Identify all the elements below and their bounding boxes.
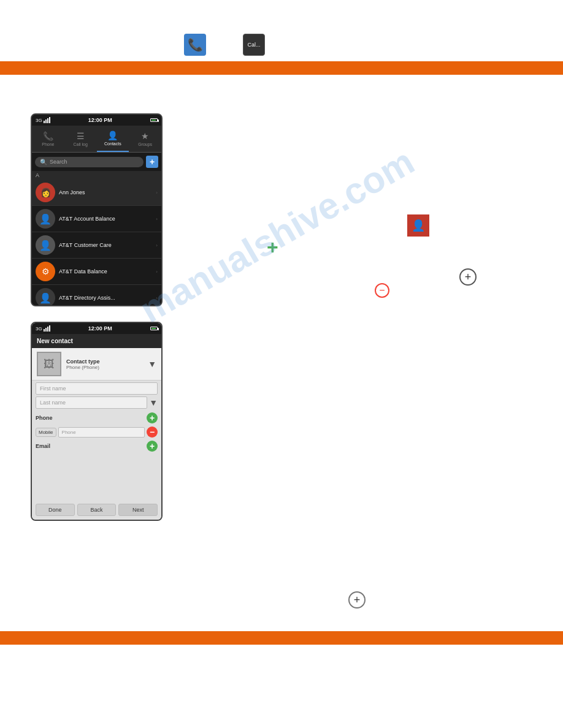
floating-add-icon[interactable]: +: [267, 236, 278, 259]
new-contact-screen: 3G 12:00 PM New contact 🖼 Contact type P…: [31, 322, 163, 521]
contacts-tab-icon: 👤: [107, 131, 118, 140]
contact-type-label: Contact type: [66, 358, 143, 365]
contact-item-att-care[interactable]: 👤 AT&T Customer Care ›: [32, 232, 161, 259]
bottom-buttons: Done Back Next: [32, 500, 161, 520]
phone-section-row: Phone +: [32, 411, 161, 425]
tab-calllog[interactable]: ☰ Call log: [64, 126, 97, 152]
contact-name-att-care: AT&T Customer Care: [59, 242, 112, 248]
contact-type-info: Contact type Phone (Phone): [66, 358, 143, 370]
contact-item-att-account[interactable]: 👤 AT&T Account Balance ›: [32, 206, 161, 232]
contact-arrow-att-data: ›: [156, 269, 158, 275]
contact-arrow-ann: ›: [156, 190, 158, 195]
tab-phone-label: Phone: [42, 142, 54, 146]
first-name-field[interactable]: First name: [36, 382, 158, 395]
status-icons-left-2: 3G: [36, 325, 50, 332]
avatar-icon: 🖼: [44, 358, 55, 371]
phone-tab-icon: 📞: [43, 131, 53, 141]
add-phone-button[interactable]: +: [147, 412, 158, 423]
floating-circle-add-icon[interactable]: +: [459, 268, 477, 286]
contact-avatar-att-data: ⚙: [36, 262, 55, 281]
calllog-icon[interactable]: Cal...: [243, 34, 265, 56]
last-name-field[interactable]: Last name: [36, 396, 147, 409]
contact-avatar-att-directory: 👤: [36, 288, 55, 306]
tab-groups[interactable]: ★ Groups: [129, 126, 161, 152]
footer-bar: [0, 631, 563, 645]
status-time-2: 12:00 PM: [88, 325, 112, 332]
contact-avatar-att-account: 👤: [36, 209, 55, 229]
top-icons-area: 📞 Cal...: [184, 34, 265, 56]
section-header-a: A: [32, 171, 161, 180]
contact-arrow-att-directory: ›: [156, 295, 158, 301]
calllog-tab-icon: ☰: [77, 131, 85, 141]
phone-input-row: Mobile Phone −: [32, 425, 161, 439]
contact-arrow-att-care: ›: [156, 243, 158, 248]
status-icons-left: 3G: [36, 117, 50, 123]
contact-list: 👩 Ann Jones › 👤 AT&T Account Balance › 👤…: [32, 180, 161, 306]
contact-avatar-att-care: 👤: [36, 235, 55, 255]
contact-arrow-att-account: ›: [156, 216, 158, 222]
contact-name-att-account: AT&T Account Balance: [59, 216, 115, 222]
phone-input-field[interactable]: Phone: [58, 427, 145, 438]
tab-contacts-label: Contacts: [104, 142, 121, 146]
floating-circle-remove-icon[interactable]: −: [375, 283, 389, 298]
contact-item-att-directory[interactable]: 👤 AT&T Directory Assis... ›: [32, 285, 161, 306]
phone-label: Phone: [36, 415, 147, 421]
add-email-button[interactable]: +: [147, 441, 158, 452]
remove-phone-button[interactable]: −: [147, 427, 158, 438]
search-icon: 🔍: [40, 159, 47, 165]
status-time-1: 12:00 PM: [88, 117, 112, 123]
contact-type-dropdown-icon[interactable]: ▼: [148, 359, 156, 369]
search-placeholder: Search: [50, 159, 67, 165]
contact-name-att-directory: AT&T Directory Assis...: [59, 295, 115, 301]
contact-avatar-ann: 👩: [36, 183, 55, 202]
add-contact-button[interactable]: +: [146, 156, 158, 168]
new-contact-header: New contact: [32, 334, 161, 348]
tab-contacts[interactable]: 👤 Contacts: [97, 126, 129, 152]
tab-phone[interactable]: 📞 Phone: [32, 126, 64, 152]
mobile-type-button[interactable]: Mobile: [36, 428, 56, 437]
status-bar-2: 3G 12:00 PM: [32, 323, 161, 334]
search-bar: 🔍 Search +: [32, 153, 161, 171]
done-button[interactable]: Done: [36, 504, 75, 516]
contact-name-att-data: AT&T Data Balance: [59, 268, 107, 275]
tab-bar-1: 📞 Phone ☰ Call log 👤 Contacts ★ Groups: [32, 126, 161, 153]
contact-type-row[interactable]: 🖼 Contact type Phone (Phone) ▼: [32, 348, 161, 381]
last-name-dropdown-icon[interactable]: ▼: [149, 398, 158, 408]
next-button[interactable]: Next: [118, 504, 158, 516]
email-section-row: Email +: [32, 439, 161, 453]
groups-tab-icon: ★: [141, 131, 149, 141]
contact-item-att-data[interactable]: ⚙ AT&T Data Balance ›: [32, 259, 161, 285]
search-container[interactable]: 🔍 Search: [35, 157, 144, 167]
floating-contact-icon: 👤: [407, 214, 429, 237]
back-button[interactable]: Back: [77, 504, 117, 516]
contact-item-ann[interactable]: 👩 Ann Jones ›: [32, 180, 161, 206]
floating-circle-add-small[interactable]: +: [348, 591, 366, 609]
tab-groups-label: Groups: [138, 142, 152, 146]
avatar-placeholder: 🖼: [37, 352, 61, 376]
header-bar: [0, 61, 563, 75]
contact-type-sub: Phone (Phone): [66, 365, 143, 370]
email-label: Email: [36, 443, 147, 449]
status-bar-1: 3G 12:00 PM: [32, 115, 161, 126]
contact-name-ann: Ann Jones: [59, 189, 85, 195]
phone-icon[interactable]: 📞: [184, 34, 206, 56]
tab-calllog-label: Call log: [73, 142, 87, 146]
contacts-screen: 3G 12:00 PM 📞 Phone ☰ Call log 👤 Contact…: [31, 113, 163, 306]
